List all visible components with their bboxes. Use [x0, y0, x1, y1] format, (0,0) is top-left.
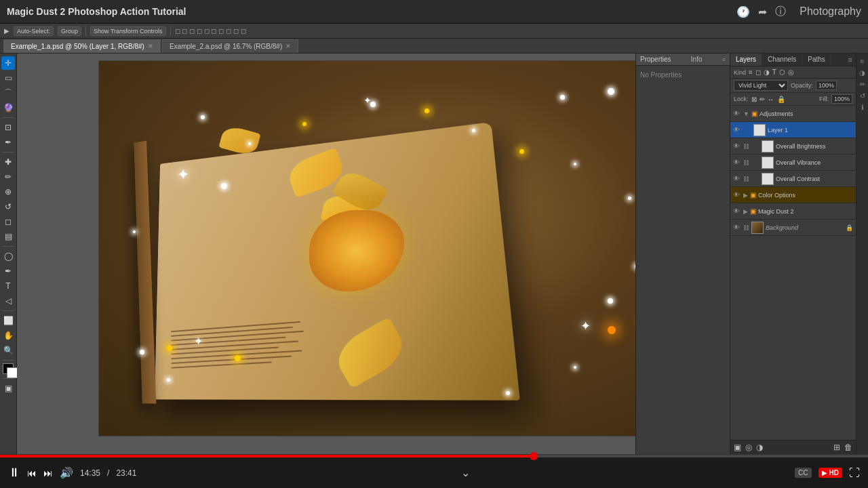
youtube-badge[interactable]: ▶ HD	[818, 468, 842, 478]
marquee-tool[interactable]: ▭	[1, 71, 15, 85]
eye-brightness[interactable]: 👁	[733, 142, 741, 150]
shape-tool[interactable]: ⬜	[1, 314, 15, 327]
right-sidebar: ≡ ◑ ✏ ↺ ℹ	[856, 54, 868, 454]
sidebar-layers-icon[interactable]: ≡	[858, 56, 867, 66]
path-tool[interactable]: ◁	[1, 294, 15, 308]
show-transform-btn[interactable]: Show Transform Controls	[90, 26, 166, 36]
auto-select-btn[interactable]: Auto-Select:	[14, 26, 54, 36]
foreground-color[interactable]	[3, 363, 14, 374]
new-group-btn[interactable]: ▣	[734, 443, 741, 452]
brightness-chain[interactable]: ⛓	[743, 143, 749, 150]
canvas-image: ✦ ✦ ✦ ✦	[98, 60, 635, 436]
dodge-tool[interactable]: ◯	[1, 249, 15, 263]
history-tool[interactable]: ↺	[1, 200, 15, 214]
clock-icon[interactable]: 🕐	[736, 5, 750, 18]
crop-tool[interactable]: ⊡	[1, 121, 15, 134]
move-tool[interactable]: ✛	[1, 56, 15, 70]
color-options-label: Color Options	[758, 192, 853, 199]
new-adjustment-btn[interactable]: ◑	[756, 443, 763, 452]
vibrance-chain[interactable]: ⛓	[743, 159, 749, 166]
info-tab[interactable]: Info	[691, 56, 703, 63]
filter-smart-icon[interactable]: ◎	[788, 68, 794, 76]
eye-vibrance[interactable]: 👁	[733, 159, 741, 166]
progress-fill	[0, 455, 534, 458]
prev-button[interactable]: ⏮	[27, 468, 37, 479]
eye-color-options[interactable]: 👁	[733, 191, 741, 199]
background-lock-icon: 🔒	[846, 224, 853, 231]
eye-contrast[interactable]: 👁	[733, 175, 741, 182]
fold-adjustments[interactable]: ▼	[743, 110, 749, 117]
pause-button[interactable]: ⏸	[8, 466, 20, 480]
filter-adjust-icon[interactable]: ◑	[764, 68, 770, 76]
layer-brightness-item[interactable]: 👁 ⛓ Overall Brightness	[730, 138, 856, 155]
lock-position-icon[interactable]: ↔	[768, 96, 774, 103]
eye-adjustments[interactable]: 👁	[733, 110, 741, 117]
filter-type-icon[interactable]: T	[772, 68, 776, 76]
filter-kind-icon[interactable]: ≡	[749, 68, 753, 76]
background-color[interactable]	[7, 367, 18, 378]
layer-adjustments-group[interactable]: 👁 ▼ ▣ Adjustments	[730, 106, 856, 122]
lock-paint-icon[interactable]: ✏	[760, 96, 765, 103]
fullscreen-button[interactable]: ⛶	[849, 467, 860, 479]
lock-transparent-icon[interactable]: ⊠	[751, 96, 757, 103]
layer-color-options-group[interactable]: 👁 ▶ ▣ Color Options	[730, 187, 856, 203]
new-layer-btn[interactable]: ⊞	[833, 443, 840, 452]
tab-example1[interactable]: Example_1.a.psd @ 50% (Layer 1, RGB/8#) …	[3, 39, 161, 53]
fold-magic-dust[interactable]: ▶	[743, 208, 748, 215]
gradient-tool[interactable]: ▤	[1, 230, 15, 243]
volume-icon[interactable]: 🔊	[60, 466, 73, 479]
delete-layer-btn[interactable]: 🗑	[844, 443, 852, 452]
bg-chain[interactable]: ⛓	[743, 224, 749, 231]
type-tool[interactable]: T	[1, 279, 15, 293]
tab2-close[interactable]: ✕	[285, 43, 291, 49]
chevron-down-icon[interactable]: ⌄	[461, 466, 470, 479]
quick-select-tool[interactable]: 🔮	[1, 101, 15, 115]
layer-magic-dust-group[interactable]: 👁 ▶ ▣ Magic Dust 2	[730, 203, 856, 220]
filter-pixel-icon[interactable]: ◻	[755, 68, 761, 76]
group-btn[interactable]: Group	[58, 26, 81, 36]
opacity-value[interactable]: 100%	[816, 81, 837, 90]
layers-panel-menu[interactable]: ≡	[845, 54, 856, 66]
fill-value[interactable]: 100%	[831, 94, 852, 104]
brush-tool[interactable]: ✏	[1, 170, 15, 184]
properties-expand[interactable]: ≡	[722, 56, 726, 63]
sidebar-adjust-icon[interactable]: ◑	[858, 68, 867, 77]
sidebar-brush-icon[interactable]: ✏	[858, 79, 867, 89]
layer-1-item[interactable]: 👁 Layer 1	[730, 122, 856, 138]
share-icon[interactable]: ➦	[758, 5, 767, 18]
fold-color-options[interactable]: ▶	[743, 192, 748, 199]
tab1-close[interactable]: ✕	[148, 43, 153, 49]
tab-channels[interactable]: Channels	[762, 54, 802, 66]
contrast-chain[interactable]: ⛓	[743, 176, 749, 182]
progress-bar[interactable]	[0, 455, 868, 458]
layer-contrast-item[interactable]: 👁 ⛓ Overall Contrast	[730, 171, 856, 187]
sidebar-info-icon[interactable]: ℹ	[858, 102, 867, 112]
eraser-tool[interactable]: ◻	[1, 215, 15, 228]
hand-tool[interactable]: ✋	[1, 329, 15, 342]
tab-layers[interactable]: Layers	[730, 54, 762, 66]
next-button[interactable]: ⏭	[43, 468, 53, 479]
layer-mask-btn[interactable]: ◎	[745, 443, 752, 452]
zoom-tool[interactable]: 🔍	[1, 344, 15, 357]
tab-paths[interactable]: Paths	[802, 54, 831, 66]
cc-button[interactable]: CC	[795, 468, 811, 478]
filter-shape-icon[interactable]: ⬡	[779, 68, 785, 76]
screen-mode-btn[interactable]: ▣	[1, 382, 15, 395]
healing-tool[interactable]: ✚	[1, 155, 15, 169]
layer-vibrance-item[interactable]: 👁 ⛓ Overall Vibrance	[730, 155, 856, 171]
lasso-tool[interactable]: ⌒	[1, 86, 15, 100]
properties-tab[interactable]: Properties	[640, 56, 671, 63]
layer-background-item[interactable]: 👁 ⛓ Background 🔒	[730, 220, 856, 236]
clone-tool[interactable]: ⊕	[1, 185, 15, 199]
eye-layer1[interactable]: 👁	[733, 126, 741, 134]
sidebar-history-icon[interactable]: ↺	[858, 91, 867, 100]
blend-mode-select[interactable]: Vivid Light Normal Multiply Screen	[734, 80, 788, 91]
info-icon[interactable]: ⓘ	[775, 5, 786, 19]
eyedropper-tool[interactable]: ✒	[1, 136, 15, 149]
pen-tool[interactable]: ✒	[1, 264, 15, 278]
eye-background[interactable]: 👁	[733, 224, 741, 231]
tab-example2[interactable]: Example_2.a.psd @ 16.7% (RGB/8#) ✕	[162, 39, 298, 53]
eye-magic-dust[interactable]: 👁	[733, 207, 741, 215]
lock-all-icon[interactable]: 🔒	[777, 96, 785, 103]
progress-handle[interactable]	[530, 452, 538, 460]
